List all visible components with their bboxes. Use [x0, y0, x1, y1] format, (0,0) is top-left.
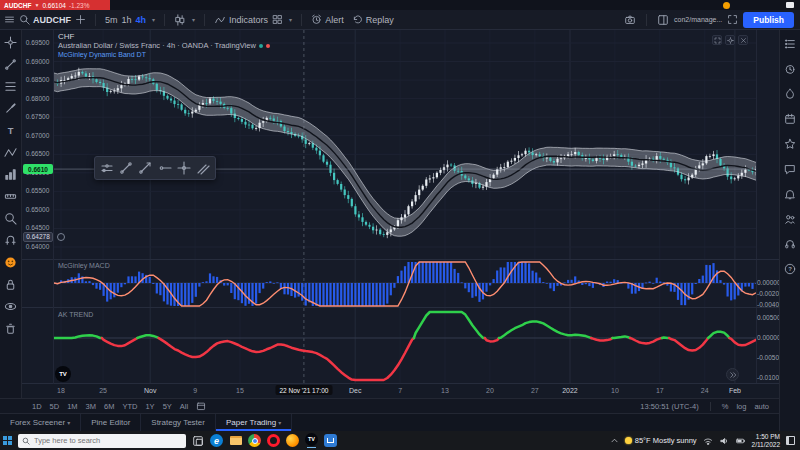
- clock-utc[interactable]: 13:50:51 (UTC-4): [636, 402, 702, 411]
- layout-icon[interactable]: [657, 14, 669, 26]
- legend-indicator[interactable]: McGinley Dynamic Band DT: [58, 51, 270, 58]
- support-headset-icon[interactable]: [784, 238, 796, 250]
- tradingview-watermark-logo[interactable]: TV: [55, 366, 71, 382]
- taskbar-clock[interactable]: 1:50 PM 2/11/2022: [752, 433, 780, 449]
- range-button[interactable]: 5Y: [159, 402, 176, 411]
- scale-toggle[interactable]: %: [718, 402, 733, 411]
- chrome-browser-icon[interactable]: [248, 434, 261, 447]
- tray-chevron-up-icon[interactable]: [610, 436, 619, 445]
- parallel-channel-tool-icon[interactable]: [196, 161, 210, 175]
- pane-close-icon[interactable]: [738, 35, 748, 45]
- calendar-icon[interactable]: [784, 113, 796, 125]
- microsoft-store-icon[interactable]: [324, 434, 337, 447]
- taskbar-search[interactable]: [18, 434, 186, 448]
- bottom-tab[interactable]: Strategy Tester: [141, 414, 216, 431]
- alert-button[interactable]: Alert: [311, 14, 344, 25]
- symbol-search-button[interactable]: AUDCHF: [19, 14, 71, 25]
- indicator-scale[interactable]: 0.00000-0.00200-0.004000.005000.00000-0.…: [756, 30, 779, 384]
- range-button[interactable]: 3M: [82, 402, 100, 411]
- trend-label[interactable]: AK TREND: [58, 311, 93, 318]
- range-button[interactable]: 5D: [46, 402, 64, 411]
- alert-marker-icon[interactable]: [57, 233, 65, 241]
- hotlists-flame-icon[interactable]: [784, 88, 796, 100]
- replay-button[interactable]: Replay: [352, 14, 394, 25]
- alerts-clock-icon[interactable]: [784, 63, 796, 75]
- start-button[interactable]: [3, 436, 12, 445]
- notifications-bell-icon[interactable]: [784, 188, 796, 200]
- emoji-tool-icon[interactable]: [4, 256, 17, 269]
- pattern-icon[interactable]: [4, 146, 17, 159]
- camera-icon[interactable]: [624, 14, 636, 26]
- range-button[interactable]: 1M: [63, 402, 81, 411]
- legend-description[interactable]: Australian Dollar / Swiss Franc · 4h · O…: [58, 41, 256, 50]
- range-button[interactable]: 1Y: [141, 402, 158, 411]
- horizontal-line-tool-icon[interactable]: [100, 161, 114, 175]
- community-people-icon[interactable]: [784, 213, 796, 225]
- pane-maximize-icon[interactable]: [712, 35, 722, 45]
- range-button[interactable]: All: [176, 402, 192, 411]
- pane-divider[interactable]: [22, 259, 779, 260]
- timeframe-4h[interactable]: 4h: [136, 15, 147, 25]
- publish-button[interactable]: Publish: [743, 12, 794, 28]
- watchlist-icon[interactable]: [784, 38, 796, 50]
- indicators-button[interactable]: Indicators: [214, 14, 268, 26]
- pane-settings-icon[interactable]: [725, 35, 735, 45]
- timeframe-5m[interactable]: 5m: [105, 15, 118, 25]
- main-chart-canvas[interactable]: [54, 30, 756, 260]
- opera-browser-icon[interactable]: [267, 434, 280, 447]
- fib-retracement-icon[interactable]: [4, 80, 17, 93]
- indicator-templates-button[interactable]: [272, 14, 283, 25]
- trend-panel-canvas[interactable]: [54, 308, 756, 384]
- range-button[interactable]: 1D: [28, 402, 46, 411]
- go-to-realtime-button[interactable]: [726, 368, 739, 381]
- trash-icon[interactable]: [4, 322, 17, 335]
- trend-line-tool-icon[interactable]: [119, 161, 133, 175]
- range-button[interactable]: YTD: [118, 402, 141, 411]
- zoom-icon[interactable]: [4, 212, 17, 225]
- chart-style-button[interactable]: [174, 14, 186, 26]
- time-scale[interactable]: 1825Nov915Dec71320272022101724Feb 22 Nov…: [22, 384, 779, 398]
- edge-browser-icon[interactable]: e: [210, 434, 223, 447]
- compare-plus-icon[interactable]: [75, 14, 86, 25]
- chat-icon[interactable]: [784, 163, 796, 175]
- measure-icon[interactable]: [4, 190, 17, 203]
- horizontal-ray-tool-icon[interactable]: [158, 161, 172, 175]
- macd-panel-canvas[interactable]: [54, 260, 756, 308]
- bottom-tab[interactable]: Pine Editor: [81, 414, 141, 431]
- bottom-tab[interactable]: Forex Screener▾: [0, 414, 81, 431]
- crosshair-icon[interactable]: [4, 36, 17, 49]
- go-to-date-calendar-icon[interactable]: [196, 401, 206, 411]
- ideas-star-icon[interactable]: [784, 138, 796, 150]
- legend-symbol[interactable]: CHF: [58, 32, 270, 41]
- layout-name[interactable]: con2/manage...: [674, 16, 722, 23]
- menu-icon[interactable]: [4, 14, 15, 25]
- volume-icon[interactable]: [719, 436, 729, 446]
- range-button[interactable]: 6M: [100, 402, 118, 411]
- active-browser-tab[interactable]: AUDCHF ▼ 0.66104 -1.23%: [0, 0, 110, 10]
- chart-style-caret[interactable]: ▾: [192, 16, 195, 23]
- firefox-browser-icon[interactable]: [286, 434, 299, 447]
- forecast-icon[interactable]: [4, 168, 17, 181]
- ray-tool-icon[interactable]: [138, 161, 152, 175]
- window-control[interactable]: [786, 2, 794, 8]
- bottom-tab[interactable]: Paper Trading▾: [216, 414, 292, 431]
- notification-center-icon[interactable]: [786, 436, 795, 445]
- text-tool-icon[interactable]: T: [4, 124, 17, 137]
- pane-divider[interactable]: [22, 307, 779, 308]
- magnet-icon[interactable]: [4, 234, 17, 247]
- help-question-icon[interactable]: ?: [784, 263, 796, 275]
- wifi-icon[interactable]: [703, 436, 713, 446]
- timeframe-1h[interactable]: 1h: [122, 15, 132, 25]
- tradingview-app-icon[interactable]: TV: [305, 433, 318, 446]
- eye-icon[interactable]: [4, 300, 17, 313]
- scale-toggle[interactable]: log: [732, 402, 750, 411]
- timeframe-caret[interactable]: ▾: [152, 16, 155, 23]
- task-view-icon[interactable]: [192, 435, 204, 447]
- battery-icon[interactable]: [735, 436, 746, 446]
- scale-toggle[interactable]: auto: [750, 402, 773, 411]
- lock-icon[interactable]: [4, 278, 17, 291]
- templates-caret[interactable]: ▾: [289, 16, 292, 23]
- brush-icon[interactable]: [4, 102, 17, 115]
- trend-line-icon[interactable]: [4, 58, 17, 71]
- fullscreen-icon[interactable]: [727, 14, 738, 25]
